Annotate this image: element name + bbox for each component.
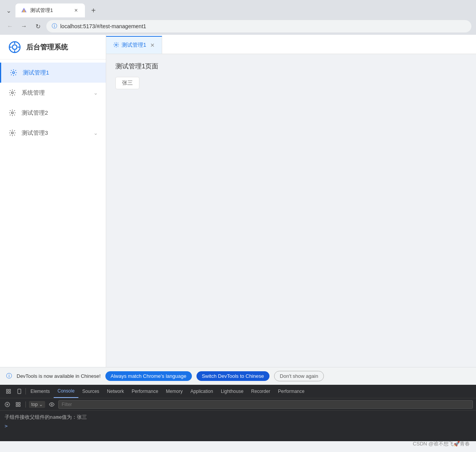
menu-icon-test1 (9, 68, 18, 77)
devtools-tab-console[interactable]: Console (54, 385, 78, 398)
svg-point-12 (115, 44, 117, 46)
svg-rect-13 (7, 389, 8, 391)
content-area: 测试管理1页面 张三 (106, 54, 476, 97)
sidebar-title: 后台管理系统 (26, 42, 68, 52)
svg-rect-16 (9, 392, 10, 393)
menu-label-test2: 测试管理2 (22, 109, 48, 117)
sidebar-item-test-mgmt2[interactable]: 测试管理2 (0, 103, 106, 123)
console-top-label: top (31, 402, 38, 407)
devtools-tab-separator (25, 388, 26, 394)
sidebar-item-system-mgmt[interactable]: 系统管理 ⌄ (0, 83, 106, 103)
name-badge: 张三 (115, 77, 139, 89)
browser-tab[interactable]: 测试管理1 ✕ (15, 3, 85, 17)
svg-rect-22 (16, 402, 18, 404)
app-tab-icon (113, 42, 119, 49)
menu-label-system: 系统管理 (22, 89, 45, 97)
notification-text: DevTools is now available in Chinese! (17, 373, 101, 379)
menu-arrow-system: ⌄ (93, 90, 98, 96)
address-bar-row: ← → ↻ ⓘ localhost:5173/#/test-management… (0, 18, 476, 35)
svg-point-26 (51, 404, 53, 405)
app-header-tabs: 测试管理1 ✕ (106, 35, 476, 54)
app-tab-close-button[interactable]: ✕ (150, 42, 155, 48)
console-context-select[interactable]: top ⌄ (29, 401, 45, 408)
svg-rect-24 (16, 405, 18, 406)
devtools-tab-performance2[interactable]: Performance (274, 385, 308, 398)
tab-close-button[interactable]: ✕ (73, 7, 80, 14)
svg-rect-14 (9, 389, 10, 391)
refresh-button[interactable]: ↻ (32, 21, 43, 32)
svg-rect-23 (19, 402, 20, 404)
devtools-tab-application[interactable]: Application (186, 385, 217, 398)
app-active-tab[interactable]: 测试管理1 ✕ (106, 36, 162, 54)
tab-list-button[interactable]: ⌄ (3, 5, 14, 16)
svg-rect-15 (7, 392, 8, 393)
devtools-inspect-icon[interactable] (3, 386, 14, 397)
svg-point-3 (12, 45, 17, 49)
app-container: 后台管理系统 测试管理1 系统管理 ⌄ (0, 35, 476, 367)
tab-title: 测试管理1 (30, 7, 70, 14)
devtools-tab-memory[interactable]: Memory (162, 385, 186, 398)
devtools-tab-performance[interactable]: Performance (128, 385, 162, 398)
app-tab-label: 测试管理1 (122, 42, 146, 49)
sidebar-item-test-mgmt1[interactable]: 测试管理1 (0, 63, 106, 83)
svg-rect-17 (18, 389, 21, 394)
menu-icon-test2 (8, 108, 17, 117)
new-tab-button[interactable]: + (88, 5, 99, 16)
dont-show-again-button[interactable]: Don't show again (274, 371, 324, 381)
console-eye-icon[interactable] (47, 400, 56, 409)
sidebar-item-test-mgmt3[interactable]: 测试管理3 ⌄ (0, 123, 106, 143)
clear-console-icon[interactable] (3, 400, 12, 409)
svg-point-11 (12, 132, 14, 134)
svg-rect-25 (19, 405, 20, 406)
console-log-line: 子组件接收父组件的name值为：张三 (5, 413, 471, 421)
tab-favicon (21, 7, 27, 14)
back-button[interactable]: ← (5, 21, 15, 32)
sidebar-logo (8, 40, 22, 54)
switch-chinese-button[interactable]: Switch DevTools to Chinese (196, 371, 269, 381)
console-toolbar-separator (25, 401, 26, 408)
console-filter-input[interactable] (58, 400, 473, 409)
svg-point-8 (13, 72, 15, 74)
devtools-tabs-bar: Elements Console Sources Network Perform… (0, 385, 476, 398)
sidebar: 后台管理系统 测试管理1 系统管理 ⌄ (0, 35, 106, 367)
console-context-arrow: ⌄ (39, 402, 43, 407)
devtools-device-icon[interactable] (14, 386, 25, 397)
console-settings-icon[interactable] (14, 400, 22, 409)
menu-label-test1: 测试管理1 (23, 69, 49, 76)
notification-info-icon: ⓘ (6, 372, 12, 380)
devtools-tab-sources[interactable]: Sources (78, 385, 103, 398)
console-toolbar: top ⌄ (0, 398, 476, 410)
devtools-tab-elements[interactable]: Elements (27, 385, 54, 398)
devtools-notification-bar: ⓘ DevTools is now available in Chinese! … (0, 367, 476, 385)
console-output: 子组件接收父组件的name值为：张三 > (0, 410, 476, 441)
url-bar[interactable]: ⓘ localhost:5173/#/test-management1 (46, 20, 471, 32)
menu-label-test3: 测试管理3 (22, 129, 48, 137)
url-text: localhost:5173/#/test-management1 (60, 23, 146, 29)
svg-point-10 (12, 112, 14, 114)
site-info-icon: ⓘ (52, 23, 57, 30)
sidebar-menu: 测试管理1 系统管理 ⌄ 测试管理2 (0, 59, 106, 367)
menu-icon-test3 (8, 128, 17, 138)
always-match-button[interactable]: Always match Chrome's language (105, 371, 192, 381)
page-title: 测试管理1页面 (115, 62, 467, 71)
forward-button[interactable]: → (19, 21, 29, 32)
menu-icon-system (8, 88, 17, 97)
console-chevron: > (5, 423, 471, 429)
main-content: 测试管理1 ✕ 测试管理1页面 张三 (106, 35, 476, 367)
sidebar-header: 后台管理系统 (0, 35, 106, 59)
watermark: CSDN @谁不想飞🚀青春 (413, 440, 470, 447)
devtools-tab-recorder[interactable]: Recorder (247, 385, 274, 398)
devtools-tab-lighthouse[interactable]: Lighthouse (217, 385, 247, 398)
svg-point-9 (12, 92, 14, 94)
menu-arrow-test3: ⌄ (93, 130, 98, 136)
devtools-tab-network[interactable]: Network (103, 385, 128, 398)
